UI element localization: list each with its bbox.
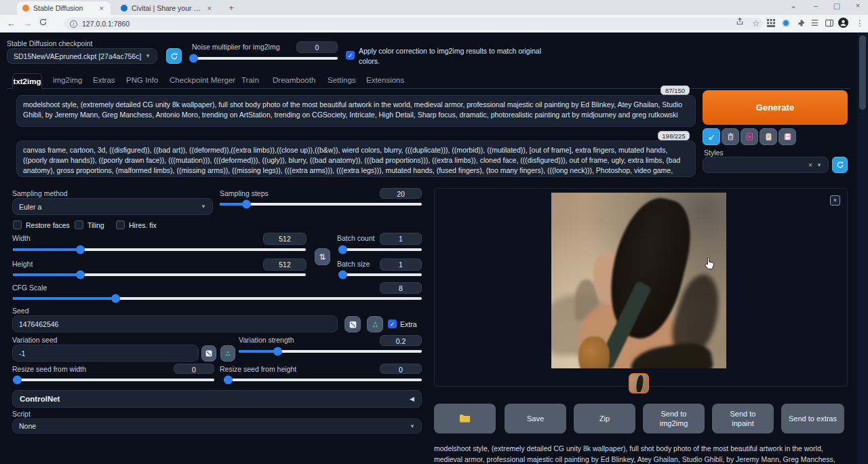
tab-img2img[interactable]: img2img <box>53 76 82 84</box>
browser-tab-strip: Stable Diffusion × Civitai | Share your … <box>0 0 868 15</box>
checkpoint-dropdown[interactable]: SD15NewVAEpruned.ckpt [27a4ac756c] ▼ <box>7 48 157 64</box>
noise-multiplier-value[interactable]: 0 <box>296 41 338 53</box>
negative-prompt-textarea[interactable]: canvas frame, cartoon, 3d, ((disfigured)… <box>16 140 696 177</box>
refresh-checkpoints-button[interactable] <box>166 48 182 64</box>
batch-size-slider[interactable] <box>341 273 422 276</box>
generated-image[interactable] <box>551 193 726 368</box>
width-value[interactable]: 512 <box>263 233 307 245</box>
refresh-styles-button[interactable] <box>832 157 848 173</box>
site-info-icon[interactable]: i <box>70 20 77 28</box>
variation-seed-input[interactable]: -1 <box>12 345 199 362</box>
color-correction-checkbox[interactable]: ✓ <box>346 51 355 60</box>
page-scrollbar[interactable] <box>857 33 868 464</box>
resize-seed-width-value[interactable]: 0 <box>174 364 214 374</box>
browser-tab-civitai[interactable]: Civitai | Share your models × <box>115 1 218 15</box>
variation-strength-value[interactable]: 0.2 <box>380 335 422 346</box>
swap-dimensions-button[interactable]: ⇅ <box>315 248 330 265</box>
tab-dreambooth[interactable]: Dreambooth <box>273 76 315 84</box>
random-variation-seed-button[interactable] <box>201 345 216 362</box>
width-slider[interactable] <box>13 248 306 251</box>
tab-extras[interactable]: Extras <box>93 76 115 84</box>
extensions-puzzle-icon[interactable] <box>797 19 806 27</box>
chevron-down-icon: ▼ <box>145 53 151 59</box>
styles-dropdown[interactable]: × ▼ <box>703 157 829 173</box>
batch-size-value[interactable]: 1 <box>380 258 422 271</box>
side-panel-icon[interactable] <box>825 19 833 27</box>
reuse-variation-seed-button[interactable] <box>220 345 235 362</box>
send-to-extras-button[interactable]: Send to extras <box>781 404 844 433</box>
send-to-inpaint-button[interactable]: Send to inpaint <box>712 404 774 433</box>
forward-button[interactable]: → <box>23 18 32 28</box>
prompt-text: modelshoot style, (extremely detailed CG… <box>23 100 682 119</box>
resize-seed-width-slider[interactable] <box>13 379 214 381</box>
seed-input[interactable]: 1476462546 <box>12 315 338 332</box>
paste-params-button[interactable]: ↙ <box>703 128 720 145</box>
window-minimize-button[interactable]: – <box>806 1 826 9</box>
hires-fix-checkbox[interactable] <box>116 220 125 229</box>
batch-count-value[interactable]: 1 <box>380 233 422 245</box>
controlnet-accordion[interactable]: ControlNet ◀ <box>12 390 422 408</box>
profile-avatar[interactable] <box>838 18 848 28</box>
open-folder-button[interactable] <box>434 404 496 433</box>
save-button[interactable]: Save <box>505 404 566 433</box>
gallery-close-button[interactable]: × <box>830 195 840 206</box>
resize-seed-height-value[interactable]: 0 <box>380 364 422 374</box>
new-tab-button[interactable]: + <box>226 3 237 14</box>
extra-networks-button[interactable] <box>741 128 758 145</box>
scrollbar-thumb[interactable] <box>859 35 866 110</box>
extension-badge-icon[interactable] <box>782 19 790 27</box>
restore-faces-checkbox[interactable] <box>13 220 22 229</box>
gallery-thumbnail[interactable] <box>629 373 649 393</box>
height-slider[interactable] <box>13 273 306 276</box>
height-value[interactable]: 512 <box>263 258 307 271</box>
sampling-steps-slider[interactable] <box>220 203 422 206</box>
clear-styles-icon[interactable]: × <box>808 161 812 169</box>
tab-png-info[interactable]: PNG Info <box>126 76 158 84</box>
styles-label: Styles <box>704 149 724 157</box>
tiling-checkbox[interactable] <box>75 220 83 229</box>
share-icon[interactable] <box>736 18 744 26</box>
reload-button[interactable] <box>39 18 47 26</box>
save-style-button[interactable] <box>778 128 796 145</box>
tab-train[interactable]: Train <box>241 76 259 84</box>
back-button[interactable]: ← <box>7 18 16 28</box>
window-maximize-button[interactable]: ▢ <box>827 1 847 10</box>
tab-extensions[interactable]: Extensions <box>366 76 404 84</box>
chrome-more-icon[interactable]: ⌄ <box>783 1 804 10</box>
send-to-img2img-button[interactable]: Send to img2img <box>643 404 705 433</box>
cfg-scale-value[interactable]: 8 <box>380 282 422 294</box>
sampling-method-value: Euler a <box>19 203 41 211</box>
bookmark-star-icon[interactable]: ☆ <box>752 18 760 28</box>
window-close-button[interactable]: × <box>848 1 868 9</box>
tab-txt2img[interactable]: txt2img <box>12 73 42 89</box>
variation-strength-slider[interactable] <box>239 350 422 353</box>
apply-style-button[interactable] <box>760 128 777 145</box>
tab-close-icon[interactable]: × <box>206 4 213 12</box>
controlnet-label: ControlNet <box>20 395 60 403</box>
address-bar[interactable]: i 127.0.0.1:7860 <box>64 18 763 30</box>
extra-seed-checkbox[interactable]: ✓ <box>388 320 397 328</box>
sampling-method-dropdown[interactable]: Euler a ▼ <box>12 198 213 215</box>
prompt-textarea[interactable]: modelshoot style, (extremely detailed CG… <box>16 95 696 127</box>
extension-grid-icon[interactable] <box>767 19 775 27</box>
clear-prompt-button[interactable] <box>722 128 739 145</box>
script-dropdown[interactable]: None ▼ <box>12 419 422 433</box>
sampling-steps-value[interactable]: 20 <box>380 188 422 199</box>
batch-count-slider[interactable] <box>341 248 422 251</box>
seed-value: 1476462546 <box>19 320 58 328</box>
generate-button[interactable]: Generate <box>703 90 848 125</box>
tab-checkpoint-merger[interactable]: Checkpoint Merger <box>170 76 235 84</box>
reading-list-icon[interactable]: ☰ <box>811 18 818 28</box>
cfg-scale-slider[interactable] <box>13 297 422 300</box>
script-value: None <box>19 422 36 430</box>
reuse-seed-button[interactable] <box>367 316 383 332</box>
resize-seed-height-slider[interactable] <box>224 379 422 381</box>
zip-button[interactable]: Zip <box>574 404 635 433</box>
folder-icon <box>459 414 471 423</box>
noise-multiplier-slider[interactable] <box>192 57 338 60</box>
random-seed-button[interactable] <box>344 316 361 332</box>
chrome-menu-icon[interactable]: ⋮ <box>856 18 864 28</box>
tab-close-icon[interactable]: × <box>98 4 105 12</box>
browser-tab-stable-diffusion[interactable]: Stable Diffusion × <box>17 1 111 15</box>
tab-settings[interactable]: Settings <box>328 76 356 84</box>
